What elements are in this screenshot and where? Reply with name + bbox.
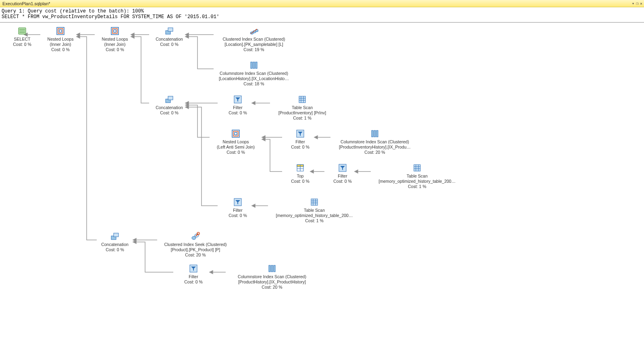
node-sublabel: (Inner Join): [38, 42, 83, 47]
node-cost: Cost: 0 %: [147, 110, 191, 116]
node-table-scan-1[interactable]: Table Scan [ProductInventory] [PrInv] Co…: [268, 95, 337, 121]
node-concatenation-2[interactable]: Concatenation Cost: 0 %: [147, 95, 191, 116]
node-table-scan-3[interactable]: Table Scan [memory_optimized_history_tab…: [264, 198, 365, 223]
node-concatenation-1[interactable]: Concatenation Cost: 0 %: [147, 27, 191, 47]
node-select[interactable]: SELECT Cost: 0 %: [0, 27, 44, 47]
node-cost: Cost: 1 %: [264, 218, 365, 223]
node-sublabel: [ProductInventoryHistory].[IX_Produ…: [324, 145, 425, 150]
filter-icon: [296, 129, 305, 138]
node-label: Filter: [216, 105, 260, 110]
node-cost: Cost: 18 %: [204, 81, 304, 87]
node-label: Concatenation: [147, 105, 191, 110]
node-label: Columnstore Index Scan (Clustered): [222, 274, 322, 279]
clustered-index-scan-icon: [249, 27, 258, 35]
select-icon: [18, 27, 27, 35]
node-label: Clustered Index Scan (Clustered): [204, 37, 304, 42]
nested-loops-icon: [110, 27, 119, 35]
node-nested-loops-2[interactable]: Nested Loops (Inner Join) Cost: 0 %: [93, 27, 137, 52]
node-clustered-index-scan-1[interactable]: Clustered Index Scan (Clustered) [Locati…: [204, 27, 304, 52]
node-label: Filter: [320, 174, 365, 179]
node-concatenation-3[interactable]: Concatenation Cost: 0 %: [93, 232, 137, 252]
node-label: Top: [278, 174, 322, 179]
node-sublabel: [memory_optimized_history_table_200…: [264, 213, 365, 218]
tab-bar: ExecutionPlan1.sqlplan* ▾ ❐ ✕: [0, 0, 644, 7]
node-sublabel: (Left Anti Semi Join): [206, 145, 266, 150]
table-scan-icon: [413, 163, 422, 172]
columnstore-scan-icon: [249, 61, 258, 70]
node-label: Clustered Index Seek (Clustered): [145, 242, 246, 247]
node-top[interactable]: Top Cost: 0 %: [278, 163, 322, 184]
tab-restore-icon[interactable]: ❐: [636, 1, 638, 6]
node-cost: Cost: 20 %: [145, 252, 246, 258]
concatenation-icon: [110, 232, 119, 241]
node-label: Filter: [216, 208, 260, 213]
table-scan-icon: [310, 198, 319, 207]
query-header: Query 1: Query cost (relative to the bat…: [0, 7, 644, 23]
node-filter-1[interactable]: Filter Cost: 0 %: [216, 95, 260, 116]
node-columnstore-scan-2[interactable]: Columnstore Index Scan (Clustered) [Prod…: [324, 129, 425, 155]
node-label: Nested Loops: [38, 37, 83, 42]
node-cost: Cost: 20 %: [222, 285, 322, 290]
node-cost: Cost: 0 %: [320, 179, 365, 184]
node-cost: Cost: 0 %: [171, 279, 216, 285]
node-label: Columnstore Index Scan (Clustered): [324, 139, 425, 145]
filter-icon: [233, 95, 242, 104]
node-cost: Cost: 0 %: [206, 150, 266, 155]
node-cost: Cost: 0 %: [216, 213, 260, 218]
node-nested-loops-3[interactable]: Nested Loops (Left Anti Semi Join) Cost:…: [206, 129, 266, 155]
plan-canvas[interactable]: SELECT Cost: 0 % Nested Loops (Inner Joi…: [0, 23, 644, 337]
node-sublabel: [ProductInventory] [PrInv]: [268, 110, 337, 116]
node-nested-loops-1[interactable]: Nested Loops (Inner Join) Cost: 0 %: [38, 27, 83, 52]
tab-title[interactable]: ExecutionPlan1.sqlplan*: [2, 1, 50, 6]
node-table-scan-2[interactable]: Table Scan [memory_optimized_history_tab…: [367, 163, 467, 189]
node-sublabel: [LocationHistory].[IX_LocationHisto…: [204, 76, 304, 81]
columnstore-scan-icon: [268, 264, 276, 273]
node-clustered-index-seek[interactable]: Clustered Index Seek (Clustered) [Produc…: [145, 232, 246, 258]
node-label: SELECT: [0, 37, 44, 42]
clustered-index-seek-icon: [191, 232, 200, 241]
node-label: Filter: [171, 274, 216, 279]
node-sublabel: (Inner Join): [93, 42, 137, 47]
node-cost: Cost: 19 %: [204, 47, 304, 52]
query-cost-line: Query 1: Query cost (relative to the bat…: [2, 8, 144, 14]
columnstore-scan-icon: [370, 129, 379, 138]
query-sql-line: SELECT * FROM vw_ProductInventoryDetails…: [2, 14, 219, 20]
filter-icon: [189, 264, 198, 273]
node-cost: Cost: 1 %: [268, 116, 337, 121]
node-label: Concatenation: [93, 242, 137, 247]
node-filter-5[interactable]: Filter Cost: 0 %: [171, 264, 216, 285]
node-sublabel: [ProductHistory].[IX_ProductHistory]: [222, 279, 322, 285]
node-cost: Cost: 0 %: [93, 247, 137, 252]
node-label: Columnstore Index Scan (Clustered): [204, 71, 304, 76]
node-label: Filter: [278, 139, 322, 145]
node-cost: Cost: 0 %: [38, 47, 83, 52]
node-cost: Cost: 0 %: [147, 42, 191, 47]
node-cost: Cost: 0 %: [216, 110, 260, 116]
node-columnstore-scan-3[interactable]: Columnstore Index Scan (Clustered) [Prod…: [222, 264, 322, 290]
node-filter-4[interactable]: Filter Cost: 0 %: [216, 198, 260, 218]
node-label: Table Scan: [264, 208, 365, 213]
filter-icon: [338, 163, 347, 172]
node-cost: Cost: 0 %: [278, 145, 322, 150]
node-filter-2[interactable]: Filter Cost: 0 %: [278, 129, 322, 150]
concatenation-icon: [165, 27, 174, 35]
node-sublabel: [Product].[PK_Product] [P]: [145, 247, 246, 252]
node-label: Table Scan: [268, 105, 337, 110]
filter-icon: [233, 198, 242, 207]
node-cost: Cost: 0 %: [0, 42, 44, 47]
node-filter-3[interactable]: Filter Cost: 0 %: [320, 163, 365, 184]
concatenation-icon: [165, 95, 174, 104]
node-sublabel: [Location].[PK_sampletable] [L]: [204, 42, 304, 47]
node-label: Concatenation: [147, 37, 191, 42]
node-cost: Cost: 0 %: [93, 47, 137, 52]
node-cost: Cost: 1 %: [367, 184, 467, 189]
tab-close-icon[interactable]: ✕: [640, 1, 642, 6]
node-label: Table Scan: [367, 174, 467, 179]
node-cost: Cost: 0 %: [278, 179, 322, 184]
node-sublabel: [memory_optimized_history_table_200…: [367, 179, 467, 184]
nested-loops-icon: [231, 129, 240, 138]
nested-loops-icon: [56, 27, 65, 35]
node-cost: Cost: 20 %: [324, 150, 425, 155]
node-columnstore-scan-1[interactable]: Columnstore Index Scan (Clustered) [Loca…: [204, 61, 304, 87]
tab-dropdown-icon[interactable]: ▾: [632, 1, 634, 6]
